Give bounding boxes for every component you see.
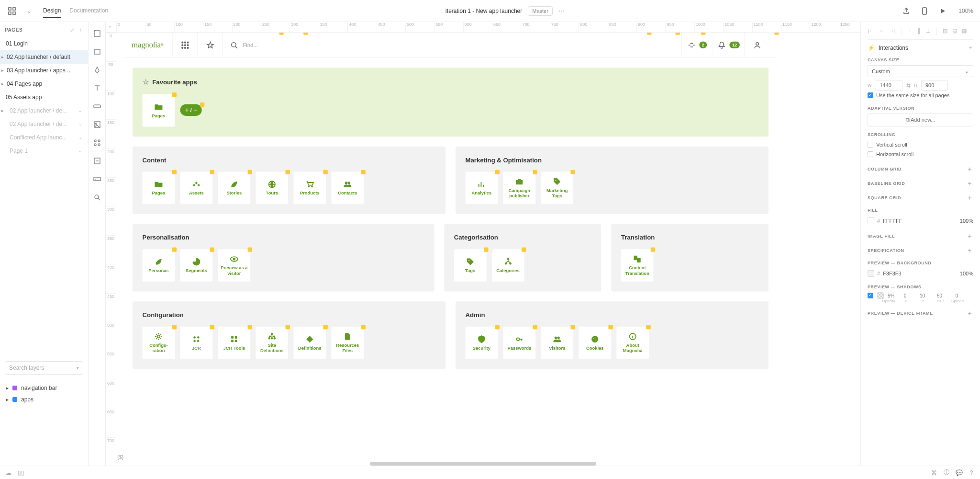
add-devframe-icon[interactable]: ＋	[967, 309, 973, 318]
shadow-spread[interactable]: 0	[950, 293, 963, 298]
chevron-down-icon[interactable]: ⌄	[24, 6, 34, 16]
expand-icon[interactable]: ⤢	[70, 27, 75, 34]
menu-grid-icon[interactable]	[7, 6, 17, 16]
app-tile[interactable]: Preview as a visitor	[218, 249, 251, 282]
app-tile[interactable]: Visitors	[541, 327, 573, 359]
app-tile[interactable]: Tours	[256, 171, 288, 204]
align-right-icon[interactable]: →|	[889, 28, 896, 35]
tab-design[interactable]: Design	[43, 4, 61, 18]
bg-swatch[interactable]	[868, 270, 874, 277]
add-adaptive-button[interactable]: ⧉ Add new...	[868, 114, 973, 126]
page-item[interactable]: Conflicted App launc...⌄	[0, 131, 88, 144]
user-avatar-icon[interactable]	[744, 33, 769, 57]
app-tile[interactable]: JCR Tools	[218, 327, 251, 359]
camera-icon[interactable]: ⌘	[930, 469, 938, 477]
branch-badge[interactable]: Master	[528, 6, 553, 16]
app-tile[interactable]: Security	[466, 327, 498, 359]
add-remove-favourites-button[interactable]: + / −	[180, 104, 202, 115]
app-tile[interactable]: Resources Files	[331, 327, 364, 359]
shadow-y[interactable]: 10	[915, 293, 929, 298]
align-middle-icon[interactable]: ╫	[917, 28, 921, 35]
search-tool-icon[interactable]	[91, 192, 103, 203]
fill-swatch[interactable]	[868, 217, 874, 224]
app-tile[interactable]: Personas	[143, 249, 175, 282]
app-tile[interactable]: Site Definitions	[256, 327, 288, 359]
variables-icon[interactable]: {$}	[116, 453, 124, 461]
app-tile[interactable]: Analytics	[466, 171, 498, 204]
add-basegrid-icon[interactable]: ＋	[967, 179, 973, 188]
page-item[interactable]: 02 App launcher / de...⌄	[0, 104, 88, 117]
button-tool-icon[interactable]	[91, 101, 103, 112]
app-tile[interactable]: Pages	[143, 94, 175, 127]
shadow-x[interactable]: 0	[898, 293, 912, 298]
align-bottom-icon[interactable]: ⊥	[926, 28, 931, 35]
shadow-opacity[interactable]: 5%	[888, 293, 894, 298]
app-tile[interactable]: Contacts	[331, 171, 364, 204]
app-tile[interactable]: Content Translation	[621, 249, 654, 282]
more-icon[interactable]: ⋯	[558, 8, 564, 14]
app-tile[interactable]: Campaign publisher	[503, 171, 535, 204]
canvas-height-input[interactable]: 900	[921, 80, 948, 91]
help-icon[interactable]: ?	[968, 469, 975, 477]
frame-tool-icon[interactable]	[91, 28, 103, 39]
share-icon[interactable]	[901, 6, 912, 16]
add-imgfill-icon[interactable]: ＋	[967, 232, 973, 240]
link-dimensions-icon[interactable]: ⇆	[906, 82, 911, 89]
app-tile[interactable]: Passwords	[503, 327, 535, 359]
layer-item[interactable]: ▸apps	[5, 394, 83, 405]
app-tile[interactable]: Marketing Tags	[541, 171, 573, 204]
cloud-sync-icon[interactable]: ☁	[5, 469, 12, 477]
page-item[interactable]: 02 App launcher / default	[0, 50, 88, 64]
layer-item[interactable]: ▸navigation bar	[5, 382, 83, 394]
input-tool-icon[interactable]	[91, 173, 103, 185]
design-frame[interactable]: magnolia® Find... 2 12 Favourite apps Pa…	[124, 33, 777, 438]
add-spec-icon[interactable]: ＋	[967, 246, 973, 255]
layer-search-input[interactable]: Search layers ▾	[5, 361, 83, 375]
app-tile[interactable]: Definitions	[293, 327, 326, 359]
app-tile[interactable]: About Magnolia	[616, 327, 649, 359]
favourites-icon[interactable]	[197, 33, 223, 57]
tab-documentation[interactable]: Documentation	[69, 4, 108, 18]
add-colgrid-icon[interactable]: ＋	[967, 165, 973, 173]
app-tile[interactable]: JCR	[180, 327, 213, 359]
shadow-swatch[interactable]	[877, 292, 884, 299]
chk-shadow[interactable]	[868, 293, 873, 298]
apps-grid-icon[interactable]	[172, 33, 198, 57]
horizontal-scrollbar[interactable]	[370, 462, 596, 466]
app-tile[interactable]: Categories	[492, 249, 524, 282]
text-tool-icon[interactable]	[91, 82, 103, 94]
chat-icon[interactable]: 💬	[955, 469, 963, 477]
pen-tool-icon[interactable]	[91, 64, 103, 76]
page-item[interactable]: 02 App launcher / de...⌄	[0, 117, 88, 131]
chk-hscroll[interactable]	[868, 151, 873, 157]
tidy-icon[interactable]: ▦	[962, 28, 967, 35]
panels-icon[interactable]: ▯▯	[17, 469, 25, 477]
add-interaction-icon[interactable]: ＋	[968, 44, 973, 52]
bg-hex-input[interactable]: F3F3F3	[883, 271, 902, 276]
app-tile[interactable]: Assets	[180, 171, 213, 204]
zoom-level[interactable]: 100%	[958, 8, 973, 14]
page-item[interactable]: 03 App launcher / apps ...	[0, 64, 88, 77]
shadow-blur[interactable]: 50	[933, 293, 946, 298]
notifications-icon[interactable]: 12	[713, 33, 745, 57]
interactions-title[interactable]: Interactions ＋	[868, 44, 973, 52]
canvas-area[interactable]: 0501001502002503003504004505005506006507…	[106, 22, 860, 466]
canvas-size-select[interactable]: Custom⌄	[868, 65, 973, 77]
page-item[interactable]: 05 Assets app	[0, 91, 88, 104]
page-item[interactable]: 04 Pages app	[0, 77, 88, 91]
device-preview-icon[interactable]	[919, 6, 930, 16]
distribute-v-icon[interactable]: ▤	[952, 28, 957, 35]
page-item[interactable]: 01 Login	[0, 37, 88, 50]
add-sqgrid-icon[interactable]: ＋	[967, 194, 973, 202]
canvas-width-input[interactable]: 1440	[876, 80, 902, 91]
chk-same-size[interactable]	[868, 92, 873, 98]
global-search-input[interactable]: Find...	[223, 33, 681, 57]
chk-vscroll[interactable]	[868, 142, 873, 148]
align-top-icon[interactable]: ⊤	[908, 28, 913, 35]
align-center-icon[interactable]: ↔	[879, 28, 884, 35]
add-page-icon[interactable]: ＋	[78, 26, 83, 34]
rectangle-tool-icon[interactable]	[91, 46, 103, 57]
info-icon[interactable]: ⓘ	[943, 469, 950, 477]
app-tile[interactable]: Pages	[143, 171, 175, 204]
form-tool-icon[interactable]	[91, 155, 103, 167]
